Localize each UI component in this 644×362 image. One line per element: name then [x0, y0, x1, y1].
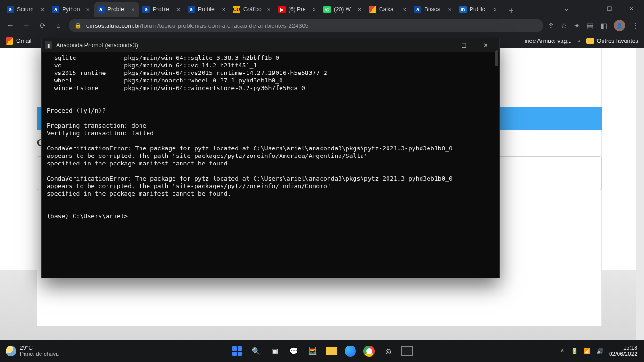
profile-avatar[interactable]: 👤: [614, 20, 625, 31]
gmail-icon: [6, 37, 13, 45]
alura-icon: a: [188, 6, 195, 13]
tab-gmail[interactable]: Caixa ×: [366, 2, 410, 17]
close-icon[interactable]: ×: [402, 6, 407, 13]
bookmark-other-favorites[interactable]: Outros favoritos: [586, 38, 638, 44]
gmail-icon: [369, 6, 376, 13]
tab-label: Caixa: [379, 6, 399, 13]
alura-icon: a: [97, 6, 105, 13]
folder-icon: [586, 38, 594, 44]
close-icon[interactable]: ×: [40, 6, 45, 13]
wifi-icon[interactable]: 📶: [584, 348, 591, 354]
close-icon[interactable]: ×: [492, 6, 498, 13]
app-button[interactable]: ◎: [381, 344, 395, 358]
close-icon[interactable]: ×: [130, 6, 136, 13]
back-button[interactable]: ←: [5, 21, 16, 30]
tab-label: Python: [62, 6, 82, 13]
task-view-button[interactable]: ▣: [268, 344, 282, 358]
taskbar-clock[interactable]: 16:18 02/06/2022: [609, 345, 637, 357]
battery-icon[interactable]: 🔋: [571, 348, 578, 354]
tabs-overflow-icon[interactable]: ⌄: [555, 0, 577, 17]
tab-proble-3[interactable]: a Proble ×: [185, 2, 229, 17]
tab-label: Busca: [424, 6, 444, 13]
close-icon[interactable]: ×: [447, 6, 453, 13]
tab-whatsapp[interactable]: ✆ (20) W ×: [321, 2, 365, 17]
close-button[interactable]: ✕: [620, 0, 642, 17]
tab-label: Proble: [153, 6, 173, 13]
terminal-titlebar[interactable]: ▮ Anaconda Prompt (anaconda3) — ☐ ✕: [42, 38, 499, 52]
tab-scrum[interactable]: a Scrum ×: [4, 2, 48, 17]
youtube-icon: ▶: [278, 6, 286, 13]
cmd-button[interactable]: [400, 344, 414, 358]
terminal-output[interactable]: sqlite pkgs/main/win-64::sqlite-3.38.3-h…: [42, 52, 499, 278]
tab-problemas-active[interactable]: a Proble ×: [94, 2, 139, 17]
url-input[interactable]: 🔒 cursos.alura.com.br/forum/topico-probl…: [69, 19, 543, 32]
system-tray: ＾ 🔋 📶 🔊 16:18 02/06/2022: [560, 345, 644, 357]
close-icon[interactable]: ×: [221, 6, 226, 13]
alura-icon: a: [52, 6, 59, 13]
close-icon[interactable]: ×: [311, 6, 317, 13]
tab-busca[interactable]: a Busca ×: [411, 2, 455, 17]
volume-icon[interactable]: 🔊: [596, 348, 603, 354]
terminal-maximize-button[interactable]: ☐: [453, 38, 475, 52]
toolbar-right: ⇪ ☆ ✦ ▤ ◧ 👤 ⋮: [548, 20, 639, 31]
bookmark-gmail[interactable]: Gmail: [6, 37, 32, 45]
terminal-minimize-button[interactable]: —: [431, 38, 453, 52]
tab-linkedin[interactable]: in Public ×: [456, 2, 501, 17]
taskbar-center: 🔍 ▣ 💬 🧮 ◎: [230, 344, 414, 358]
tab-proble-2[interactable]: a Proble ×: [140, 2, 184, 17]
alura-icon: a: [142, 6, 150, 13]
chrome-button[interactable]: [362, 344, 376, 358]
tray-overflow-icon[interactable]: ＾: [560, 347, 565, 355]
address-bar: ← → ⟳ ⌂ 🔒 cursos.alura.com.br/forum/topi…: [0, 17, 644, 34]
reading-list-icon[interactable]: ▤: [586, 21, 594, 30]
url-host: cursos.alura.com.br: [86, 22, 140, 29]
bookmark-label: Outros favoritos: [597, 38, 638, 44]
extensions-icon[interactable]: ✦: [574, 21, 580, 30]
weather-icon: [6, 346, 16, 356]
bookmark-label: Gmail: [16, 38, 32, 44]
tab-label: Gráfico: [243, 6, 263, 13]
tab-label: (20) W: [334, 6, 354, 13]
forward-button[interactable]: →: [21, 21, 32, 30]
minimize-button[interactable]: —: [577, 0, 599, 17]
browser-window-controls: ⌄ — ☐ ✕: [555, 0, 642, 17]
tab-youtube[interactable]: ▶ (6) Pre ×: [275, 2, 320, 17]
tab-python[interactable]: a Python ×: [49, 2, 93, 17]
new-tab-button[interactable]: ＋: [504, 4, 518, 17]
bookmark-star-icon[interactable]: ☆: [561, 21, 567, 30]
close-icon[interactable]: ×: [266, 6, 272, 13]
tab-label: Proble: [198, 6, 218, 13]
linkedin-icon: in: [459, 6, 467, 13]
close-icon[interactable]: ×: [175, 6, 181, 13]
start-button[interactable]: [230, 344, 244, 358]
weather-desc: Panc. de chuva: [20, 351, 59, 357]
side-panel-icon[interactable]: ◧: [600, 21, 607, 30]
terminal-icon: ▮: [45, 41, 52, 49]
calculator-button[interactable]: 🧮: [305, 344, 320, 358]
tab-strip: a Scrum × a Python × a Proble × a Proble…: [0, 0, 644, 17]
search-button[interactable]: 🔍: [249, 344, 263, 358]
maximize-button[interactable]: ☐: [599, 0, 620, 17]
terminal-scrollbar[interactable]: [495, 50, 498, 66]
bookmarks-overflow-icon[interactable]: »: [578, 38, 581, 44]
bookmark-truncated[interactable]: inee Armac: vag...: [525, 38, 572, 44]
tab-label: Public: [470, 6, 489, 13]
chat-button[interactable]: 💬: [287, 344, 301, 358]
tab-colab[interactable]: CO Gráfico ×: [230, 2, 274, 17]
close-icon[interactable]: ×: [85, 6, 91, 13]
share-icon[interactable]: ⇪: [548, 21, 554, 30]
alura-icon: a: [7, 6, 14, 13]
terminal-close-button[interactable]: ✕: [475, 38, 496, 52]
tab-label: Proble: [107, 6, 127, 13]
whatsapp-icon: ✆: [323, 6, 331, 13]
close-icon[interactable]: ×: [356, 6, 362, 13]
taskbar-weather[interactable]: 29°C Panc. de chuva: [0, 345, 59, 357]
edge-button[interactable]: [343, 344, 357, 358]
taskbar: 29°C Panc. de chuva 🔍 ▣ 💬 🧮 ◎ ＾ 🔋 📶 🔊 16…: [0, 340, 644, 362]
tab-label: (6) Pre: [289, 6, 308, 13]
explorer-button[interactable]: [324, 344, 339, 358]
reload-button[interactable]: ⟳: [37, 21, 48, 30]
lock-icon: 🔒: [74, 22, 82, 29]
home-button[interactable]: ⌂: [53, 21, 64, 30]
menu-icon[interactable]: ⋮: [632, 21, 639, 30]
